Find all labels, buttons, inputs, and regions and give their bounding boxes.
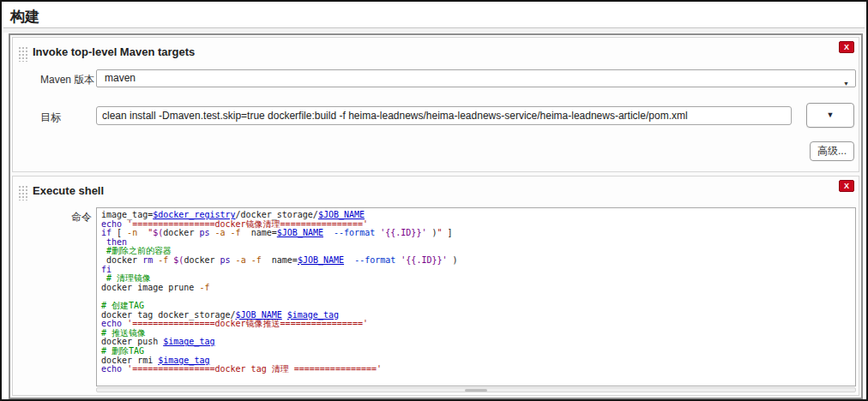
command-label: 命令 xyxy=(13,210,92,224)
advanced-button[interactable]: 高级... xyxy=(810,141,854,161)
shell-step-title: Execute shell xyxy=(33,184,104,197)
maven-version-label: Maven 版本 xyxy=(40,73,94,87)
textarea-resize-handle[interactable] xyxy=(96,387,856,392)
delete-shell-step-button[interactable]: X xyxy=(839,180,854,192)
goals-label: 目标 xyxy=(40,111,61,125)
shell-command-editor[interactable]: image_tag=$docker_registry/docker_storag… xyxy=(96,207,856,386)
select-arrow-icon: ▼ xyxy=(843,75,849,92)
maven-version-value: maven xyxy=(105,72,136,84)
build-config-page: 构建 Invoke top-level Maven targets X Mave… xyxy=(0,0,868,401)
maven-build-step: Invoke top-level Maven targets X Maven 版… xyxy=(12,37,859,172)
shell-script: image_tag=$docker_registry/docker_storag… xyxy=(101,211,852,374)
drag-handle-icon[interactable] xyxy=(18,46,28,62)
resize-grip-icon xyxy=(465,389,487,392)
dropdown-arrow-icon: ▼ xyxy=(827,111,835,119)
delete-maven-step-button[interactable]: X xyxy=(839,41,854,53)
header-divider-shade xyxy=(3,28,865,33)
page-title: 构建 xyxy=(10,7,39,27)
shell-build-step: Execute shell X 命令 image_tag=$docker_reg… xyxy=(12,176,859,396)
build-steps-frame: Invoke top-level Maven targets X Maven 版… xyxy=(9,33,863,399)
goals-dropdown-button[interactable]: ▼ xyxy=(806,103,854,128)
drag-handle-icon[interactable] xyxy=(18,185,28,200)
goals-input[interactable] xyxy=(96,106,792,125)
maven-version-select[interactable]: maven ▼ xyxy=(96,69,856,87)
maven-step-title: Invoke top-level Maven targets xyxy=(33,45,195,58)
